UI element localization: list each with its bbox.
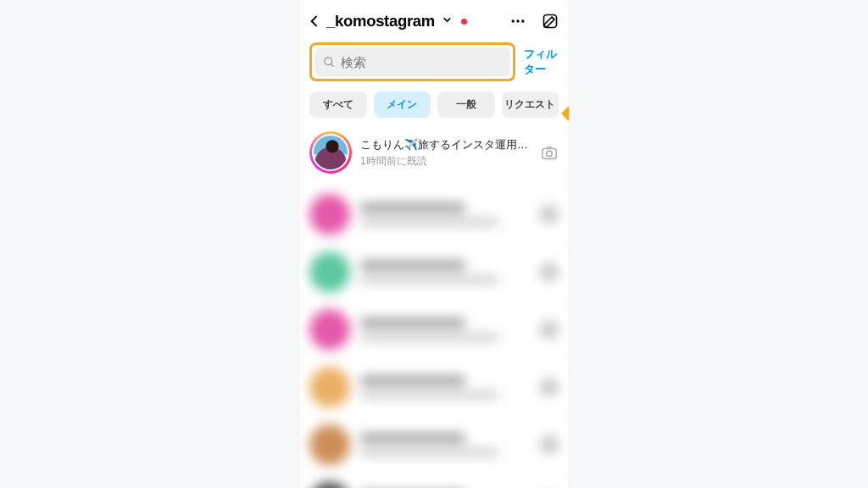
- camera-icon-blurred: [540, 263, 559, 281]
- dm-row-blurred: [309, 358, 559, 416]
- tab-all[interactable]: すべて: [309, 92, 367, 118]
- camera-icon-blurred: [540, 320, 559, 339]
- compose-icon[interactable]: [542, 13, 559, 30]
- dm-inbox-screen: _komostagram フィ: [298, 0, 570, 488]
- avatar-blurred: [309, 482, 350, 488]
- search-field[interactable]: [314, 47, 510, 76]
- avatar-blurred: [309, 309, 350, 350]
- dm-text-blurred: [360, 434, 530, 456]
- header: _komostagram: [299, 0, 569, 39]
- notification-dot-icon: [461, 19, 467, 25]
- svg-point-0: [512, 19, 515, 22]
- dm-info: こもりん✈️旅するインスタ運用代行 1時間前に既読: [360, 137, 531, 169]
- dm-name: こもりん✈️旅するインスタ運用代行: [360, 137, 531, 152]
- search-icon: [323, 56, 336, 69]
- avatar: [314, 136, 348, 169]
- dm-row-blurred: [309, 186, 559, 243]
- highlight-arrow-icon: [561, 105, 570, 122]
- filter-link[interactable]: フィルター: [524, 47, 559, 77]
- chevron-down-icon[interactable]: [442, 14, 453, 29]
- dm-text-blurred: [360, 376, 530, 398]
- dm-row-first[interactable]: こもりん✈️旅するインスタ運用代行 1時間前に既読: [299, 126, 569, 182]
- svg-rect-6: [542, 148, 557, 158]
- svg-rect-3: [544, 15, 557, 28]
- back-icon[interactable]: [308, 14, 321, 28]
- dm-row-blurred: [309, 301, 559, 358]
- svg-point-2: [521, 19, 524, 22]
- camera-icon[interactable]: [540, 143, 559, 162]
- story-ring[interactable]: [309, 131, 352, 174]
- camera-icon-blurred: [540, 378, 559, 396]
- camera-icon-blurred: [540, 205, 559, 224]
- username[interactable]: _komostagram: [326, 12, 435, 30]
- dm-status: 1時間前に既読: [360, 154, 531, 169]
- dm-row-blurred: [309, 474, 559, 488]
- camera-icon-blurred: [540, 435, 559, 454]
- dm-text-blurred: [360, 319, 530, 341]
- avatar-blurred: [309, 194, 350, 235]
- blurred-dm-list: [299, 182, 569, 488]
- dm-text-blurred: [360, 203, 530, 225]
- avatar-blurred: [309, 367, 350, 408]
- svg-point-7: [547, 151, 552, 156]
- more-icon[interactable]: [509, 13, 526, 30]
- dm-row-blurred: [309, 416, 559, 474]
- tab-requests[interactable]: リクエスト: [502, 92, 559, 118]
- search-row: フィルター: [299, 39, 569, 88]
- tab-general[interactable]: 一般: [437, 92, 495, 118]
- search-input[interactable]: [341, 55, 502, 69]
- avatar-blurred: [309, 252, 350, 292]
- dm-row-blurred: [309, 243, 559, 301]
- avatar-blurred: [309, 424, 350, 465]
- svg-line-5: [331, 64, 333, 66]
- tab-primary[interactable]: メイン: [374, 92, 431, 118]
- search-highlight-box: [309, 42, 515, 81]
- svg-point-1: [516, 19, 519, 22]
- dm-text-blurred: [360, 261, 530, 283]
- inbox-tabs: すべて メイン 一般 リクエスト: [299, 88, 569, 126]
- svg-point-4: [325, 57, 332, 64]
